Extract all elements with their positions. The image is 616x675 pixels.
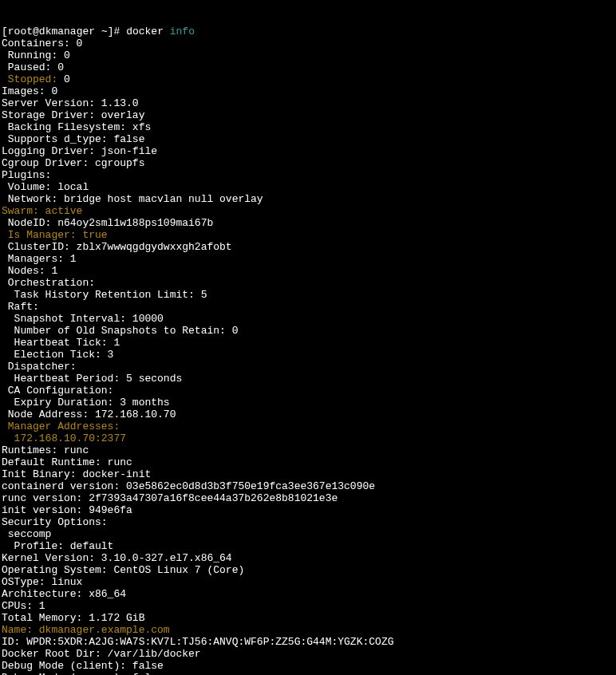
- containerd-version-line: containerd version: 03e5862ec0d8d3b3f750…: [2, 480, 614, 492]
- orchestration-line: Orchestration:: [2, 277, 614, 289]
- runtimes-line: Runtimes: runc: [2, 444, 614, 456]
- manager-addresses-line: Manager Addresses:: [2, 420, 614, 432]
- profile-line: Profile: default: [2, 540, 614, 552]
- expiry-line: Expiry Duration: 3 months: [2, 397, 614, 409]
- paused-line: Paused: 0: [2, 61, 614, 73]
- network-line: Network: bridge host macvlan null overla…: [2, 193, 614, 205]
- storage-driver-line: Storage Driver: overlay: [2, 109, 614, 121]
- default-runtime-line: Default Runtime: runc: [2, 456, 614, 468]
- debug-client-line: Debug Mode (client): false: [2, 660, 614, 672]
- init-binary-line: Init Binary: docker-init: [2, 468, 614, 480]
- total-memory-line: Total Memory: 1.172 GiB: [2, 612, 614, 624]
- node-address-line: Node Address: 172.168.10.70: [2, 409, 614, 420]
- architecture-line: Architecture: x86_64: [2, 588, 614, 600]
- ostype-line: OSType: linux: [2, 576, 614, 588]
- debug-server-line: Debug Mode (server): false: [2, 672, 614, 675]
- init-version-line: init version: 949e6fa: [2, 504, 614, 516]
- images-line: Images: 0: [2, 85, 614, 97]
- terminal-output: [root@dkmanager ~]# docker infoContainer…: [2, 26, 614, 675]
- task-history-line: Task History Retention Limit: 5: [2, 289, 614, 301]
- heartbeat-period-line: Heartbeat Period: 5 seconds: [2, 373, 614, 385]
- seccomp-line: seccomp: [2, 528, 614, 540]
- nodes-line: Nodes: 1: [2, 265, 614, 277]
- security-options-line: Security Options:: [2, 516, 614, 528]
- stopped-line: Stopped: 0: [2, 73, 614, 85]
- dispatcher-line: Dispatcher:: [2, 361, 614, 373]
- nodeid-line: NodeID: n64oy2sml1w188ps109mai67b: [2, 217, 614, 229]
- running-line: Running: 0: [2, 49, 614, 61]
- managers-line: Managers: 1: [2, 253, 614, 265]
- old-snapshots-line: Number of Old Snapshots to Retain: 0: [2, 325, 614, 337]
- backing-fs-line: Backing Filesystem: xfs: [2, 121, 614, 133]
- runc-version-line: runc version: 2f7393a47307a16f8cee44a37b…: [2, 492, 614, 504]
- swarm-line: Swarm: active: [2, 205, 614, 217]
- volume-line: Volume: local: [2, 181, 614, 193]
- logging-driver-line: Logging Driver: json-file: [2, 145, 614, 157]
- name-line: Name: dkmanager.example.com: [2, 624, 614, 636]
- clusterid-line: ClusterID: zblx7wwwqgdgydwxxgh2afobt: [2, 241, 614, 253]
- kernel-version-line: Kernel Version: 3.10.0-327.el7.x86_64: [2, 552, 614, 564]
- ca-config-line: CA Configuration:: [2, 385, 614, 397]
- heartbeat-tick-line: Heartbeat Tick: 1: [2, 337, 614, 349]
- snapshot-line: Snapshot Interval: 10000: [2, 313, 614, 325]
- containers-line: Containers: 0: [2, 38, 614, 49]
- operating-system-line: Operating System: CentOS Linux 7 (Core): [2, 564, 614, 576]
- is-manager-line: Is Manager: true: [2, 229, 614, 241]
- manager-addr-val-line: 172.168.10.70:2377: [2, 432, 614, 444]
- supports-dtype-line: Supports d_type: false: [2, 133, 614, 145]
- raft-line: Raft:: [2, 301, 614, 313]
- cpus-line: CPUs: 1: [2, 600, 614, 612]
- election-tick-line: Election Tick: 3: [2, 349, 614, 361]
- plugins-line: Plugins:: [2, 169, 614, 181]
- cgroup-driver-line: Cgroup Driver: cgroupfs: [2, 157, 614, 169]
- prompt-line[interactable]: [root@dkmanager ~]# docker info: [2, 26, 614, 38]
- server-version-line: Server Version: 1.13.0: [2, 97, 614, 109]
- id-line: ID: WPDR:5XDR:A2JG:WA7S:KV7L:TJ56:ANVQ:W…: [2, 636, 614, 648]
- docker-root-line: Docker Root Dir: /var/lib/docker: [2, 648, 614, 660]
